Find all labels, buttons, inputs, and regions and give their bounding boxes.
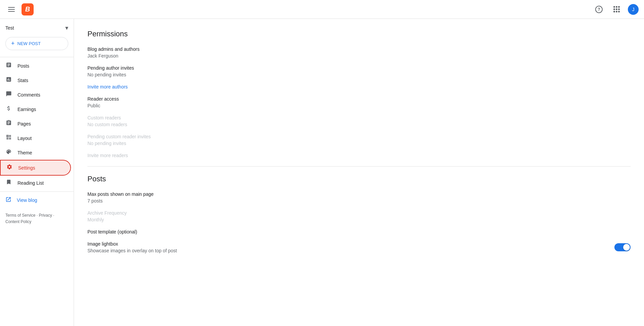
pages-icon <box>5 120 12 128</box>
archive-freq-row: Archive Frequency Monthly <box>87 210 631 222</box>
reader-access-row: Reader access Public <box>87 96 631 108</box>
theme-label: Theme <box>17 150 32 155</box>
footer-links: Terms of Service · Privacy · Content Pol… <box>0 207 74 228</box>
posts-label: Posts <box>17 63 29 69</box>
sidebar-item-pages[interactable]: Pages <box>0 116 71 131</box>
reader-access-label: Reader access <box>87 96 631 102</box>
pending-custom-label: Pending custom reader invites <box>87 134 631 139</box>
max-posts-label: Max posts shown on main page <box>87 191 631 197</box>
sidebar: Test ▾ + NEW POST Posts Stats Comments <box>0 19 74 326</box>
apps-button[interactable] <box>610 3 622 15</box>
section-divider-1 <box>87 166 631 167</box>
toggle-track <box>614 243 631 251</box>
pending-custom-value: No pending invites <box>87 141 631 146</box>
sidebar-item-earnings[interactable]: Earnings <box>0 102 71 116</box>
custom-readers-label: Custom readers <box>87 115 631 120</box>
pending-invites-label: Pending author invites <box>87 65 631 71</box>
max-posts-row: Max posts shown on main page 7 posts <box>87 191 631 204</box>
stats-label: Stats <box>17 78 28 83</box>
new-post-label: NEW POST <box>17 41 41 46</box>
sidebar-divider-bottom <box>0 191 74 192</box>
help-icon: ? <box>595 6 603 13</box>
invite-readers-row: Invite more readers <box>87 153 631 158</box>
image-lightbox-toggle[interactable] <box>614 243 631 251</box>
stats-icon <box>5 76 12 84</box>
plus-icon: + <box>11 40 15 47</box>
sidebar-item-posts[interactable]: Posts <box>0 59 71 73</box>
sidebar-item-theme[interactable]: Theme <box>0 145 71 160</box>
blog-name: Test <box>5 25 14 31</box>
sidebar-item-settings[interactable]: Settings <box>0 160 71 176</box>
chevron-down-icon: ▾ <box>65 24 68 32</box>
external-link-icon <box>5 196 11 204</box>
earnings-icon <box>5 105 12 113</box>
terms-link[interactable]: Terms of Service <box>5 213 35 218</box>
invite-authors-link[interactable]: Invite more authors <box>87 84 631 89</box>
posts-title: Posts <box>87 175 631 183</box>
main-content: Permissions Blog admins and authors Jack… <box>74 19 644 326</box>
archive-freq-value: Monthly <box>87 217 631 222</box>
reading-list-icon <box>5 179 12 187</box>
sidebar-item-layout[interactable]: Layout <box>0 131 71 145</box>
settings-icon <box>6 164 13 172</box>
layout-label: Layout <box>17 136 32 141</box>
topbar-left: B <box>5 3 34 15</box>
image-lightbox-desc: Showcase images in overlay on top of pos… <box>87 248 614 253</box>
post-template-row[interactable]: Post template (optional) <box>87 229 631 234</box>
pending-invites-value: No pending invites <box>87 72 631 77</box>
invite-authors-row[interactable]: Invite more authors <box>87 84 631 89</box>
app-body: Test ▾ + NEW POST Posts Stats Comments <box>0 19 644 326</box>
sidebar-item-reading-list[interactable]: Reading List <box>0 176 71 190</box>
blog-admins-row: Blog admins and authors Jack Ferguson <box>87 46 631 59</box>
blog-selector[interactable]: Test ▾ <box>0 19 74 36</box>
image-lightbox-label-group: Image lightbox Showcase images in overla… <box>87 241 614 253</box>
reader-access-value: Public <box>87 103 631 108</box>
hamburger-icon <box>8 7 15 12</box>
theme-icon <box>5 149 12 156</box>
blog-admins-value: Jack Ferguson <box>87 53 631 59</box>
max-posts-value: 7 posts <box>87 198 631 204</box>
settings-label: Settings <box>18 165 35 171</box>
new-post-button[interactable]: + NEW POST <box>5 37 68 50</box>
custom-readers-row: Custom readers No custom readers <box>87 115 631 127</box>
view-blog-link[interactable]: View blog <box>0 193 74 207</box>
pending-custom-row: Pending custom reader invites No pending… <box>87 134 631 146</box>
custom-readers-value: No custom readers <box>87 122 631 127</box>
help-button[interactable]: ? <box>593 3 605 15</box>
pending-invites-row: Pending author invites No pending invite… <box>87 65 631 77</box>
archive-freq-label: Archive Frequency <box>87 210 631 216</box>
reading-list-label: Reading List <box>17 180 44 186</box>
permissions-title: Permissions <box>87 30 631 38</box>
blog-admins-label: Blog admins and authors <box>87 46 631 52</box>
sidebar-item-stats[interactable]: Stats <box>0 73 71 87</box>
sidebar-item-comments[interactable]: Comments <box>0 87 71 102</box>
post-template-label[interactable]: Post template (optional) <box>87 229 631 234</box>
blogger-logo: B <box>22 3 34 15</box>
comments-icon <box>5 91 12 99</box>
topbar: B ? J <box>0 0 644 19</box>
invite-readers-value: Invite more readers <box>87 153 631 158</box>
image-lightbox-row: Image lightbox Showcase images in overla… <box>87 241 631 253</box>
pages-label: Pages <box>17 121 31 126</box>
earnings-label: Earnings <box>17 107 36 112</box>
image-lightbox-label: Image lightbox <box>87 241 614 247</box>
layout-icon <box>5 134 12 142</box>
posts-icon <box>5 62 12 70</box>
toggle-thumb <box>623 244 630 251</box>
hamburger-button[interactable] <box>5 3 17 15</box>
topbar-right: ? J <box>593 3 639 15</box>
avatar[interactable]: J <box>628 4 639 15</box>
comments-label: Comments <box>17 92 40 98</box>
privacy-link[interactable]: Privacy <box>39 213 52 218</box>
view-blog-label: View blog <box>17 197 37 203</box>
footer-dot-2: · <box>53 213 54 218</box>
content-policy-link[interactable]: Content Policy <box>5 219 31 224</box>
grid-icon <box>613 6 620 12</box>
sidebar-divider-top <box>0 57 74 57</box>
